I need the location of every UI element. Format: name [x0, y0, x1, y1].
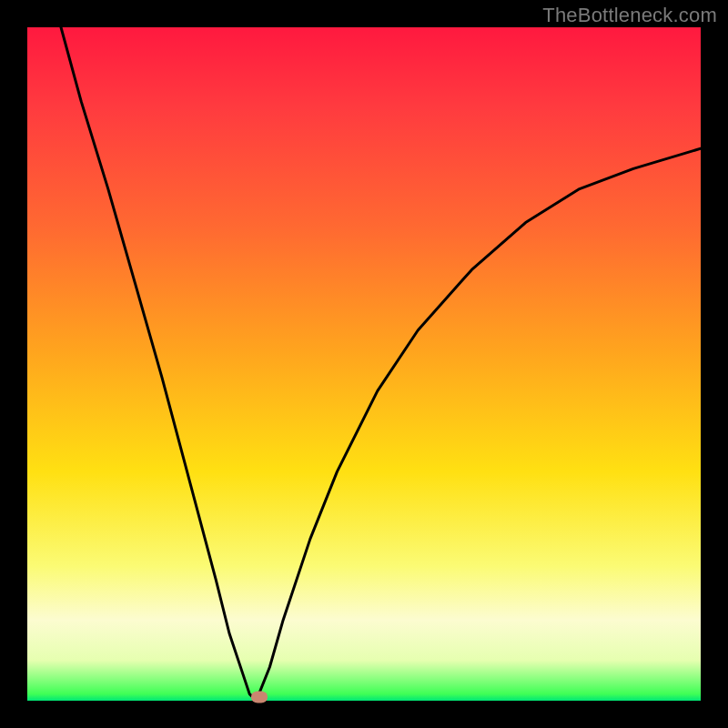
watermark-text: TheBottleneck.com [542, 4, 717, 27]
chart-frame: TheBottleneck.com [0, 0, 728, 728]
plot-gradient-background [27, 27, 701, 701]
